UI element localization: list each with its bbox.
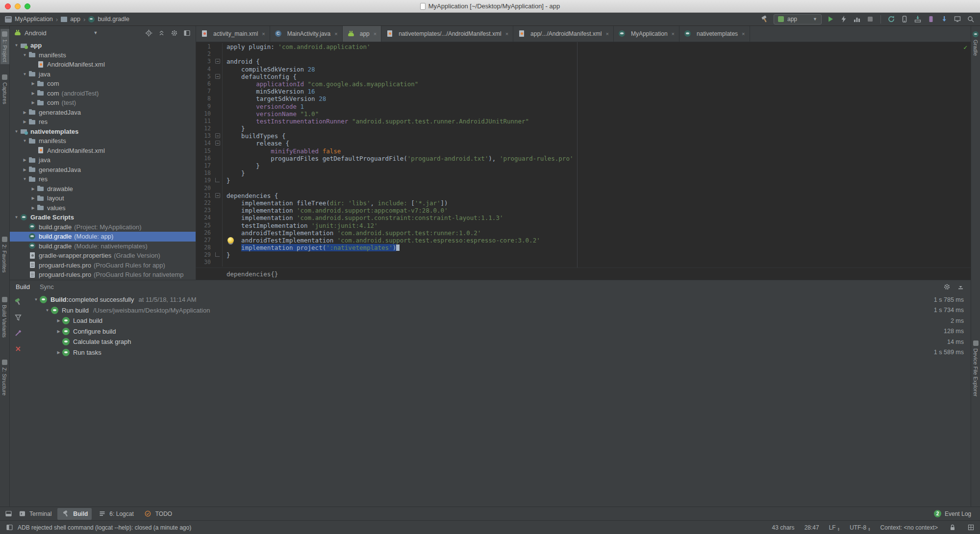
code-line[interactable]: 6 applicationId "com.google.ads.myapplic… xyxy=(196,80,971,88)
tab-close-icon[interactable]: × xyxy=(334,31,337,37)
minimize-window-button[interactable] xyxy=(15,3,21,9)
tool-button-terminal[interactable]: Terminal xyxy=(14,508,55,520)
code-line[interactable]: 4 compileSdkVersion 28 xyxy=(196,66,971,73)
gradle-sync-icon[interactable] xyxy=(887,15,896,24)
build-tab[interactable]: Build xyxy=(16,283,30,291)
build-row[interactable]: ▶Run tasks1 s 589 ms xyxy=(26,347,971,358)
zoom-window-button[interactable] xyxy=(25,3,30,9)
collapse-arrow-icon[interactable]: ▼ xyxy=(44,308,51,313)
code-line[interactable]: 2 xyxy=(196,50,971,58)
collapse-all-icon[interactable] xyxy=(157,28,166,37)
device-file-icon[interactable] xyxy=(927,15,935,24)
code-line[interactable]: 10 versionName "1.0" xyxy=(196,110,971,118)
status-message[interactable]: ADB rejected shell command (logcat --hel… xyxy=(18,524,191,531)
code-line[interactable]: 21−dependencies { xyxy=(196,192,971,199)
code-line[interactable]: 23 implementation 'com.android.support:a… xyxy=(196,207,971,214)
tree-row[interactable]: build.gradle(Module: nativetemplates) xyxy=(10,242,196,251)
code-line[interactable]: 25 testImplementation 'junit:junit:4.12' xyxy=(196,222,971,229)
expand-arrow-icon[interactable]: ▶ xyxy=(55,318,62,323)
code-line[interactable]: 3−android { xyxy=(196,58,971,65)
fold-collapse-icon[interactable]: − xyxy=(215,193,220,198)
build-settings-gear-icon[interactable] xyxy=(942,283,951,291)
tab-close-icon[interactable]: × xyxy=(505,31,508,37)
code-line[interactable]: 19} xyxy=(196,177,971,184)
expand-arrow-icon[interactable]: ▶ xyxy=(29,196,37,200)
tool-button-favorites[interactable]: 2: Favorites xyxy=(0,234,9,275)
code-line[interactable]: 8 targetSdkVersion 28 xyxy=(196,95,971,102)
close-window-button[interactable] xyxy=(5,3,11,9)
code-line[interactable]: 29} xyxy=(196,251,971,259)
close-build-icon[interactable] xyxy=(14,344,23,353)
editor-tab[interactable]: activity_main.xml× xyxy=(196,26,270,42)
code-line[interactable]: 12 } xyxy=(196,125,971,132)
code-line[interactable]: 17 } xyxy=(196,162,971,170)
tree-row[interactable]: build.gradle(Module: app) xyxy=(10,232,196,242)
fold-collapse-icon[interactable]: − xyxy=(215,59,220,64)
expand-arrow-icon[interactable]: ▶ xyxy=(29,187,37,191)
editor-tab[interactable]: nativetemplates/.../AndroidManifest.xml× xyxy=(381,26,513,42)
code-line[interactable]: 16 proguardFiles getDefaultProguardFile(… xyxy=(196,155,971,162)
code-line[interactable]: 9 versionCode 1 xyxy=(196,103,971,110)
expand-arrow-icon[interactable]: ▶ xyxy=(21,168,28,172)
tree-row[interactable]: ▼app xyxy=(10,41,196,50)
code-line[interactable]: 5− defaultConfig { xyxy=(196,73,971,80)
run-task-wand-icon[interactable] xyxy=(14,329,23,338)
sync-tab[interactable]: Sync xyxy=(40,283,54,291)
tree-row[interactable]: ▶generatedJava xyxy=(10,165,196,175)
code-line[interactable]: 14− release { xyxy=(196,140,971,147)
collapse-arrow-icon[interactable]: ▼ xyxy=(13,129,20,134)
readonly-lock-icon[interactable] xyxy=(948,523,956,532)
collapse-arrow-icon[interactable]: ▼ xyxy=(21,177,28,181)
build-row[interactable]: ▶Configure build128 ms xyxy=(26,326,971,337)
settings-gear-icon[interactable] xyxy=(170,28,179,37)
tree-row[interactable]: ▼res xyxy=(10,174,196,184)
editor-tab[interactable]: app× xyxy=(343,26,381,42)
tree-row[interactable]: ▼Gradle Scripts xyxy=(10,213,196,222)
breadcrumb-module[interactable]: app xyxy=(70,16,80,23)
line-separator-selector[interactable]: LF▲▼ xyxy=(829,524,840,531)
code-line[interactable]: 18 } xyxy=(196,170,971,177)
tool-button-build-variants[interactable]: Build Variants xyxy=(0,294,9,340)
tree-row[interactable]: ▼nativetemplates xyxy=(10,127,196,137)
collapse-arrow-icon[interactable]: ▼ xyxy=(21,53,28,57)
tool-window-switcher-icon[interactable] xyxy=(4,510,13,518)
editor-tab[interactable]: app/.../AndroidManifest.xml× xyxy=(513,26,614,42)
encoding-selector[interactable]: UTF-8▲▼ xyxy=(850,524,870,531)
fold-collapse-icon[interactable]: − xyxy=(215,133,220,138)
code-line[interactable]: 24 implementation 'com.android.support.c… xyxy=(196,214,971,221)
build-hammer-icon[interactable] xyxy=(760,15,769,24)
minimize-panel-icon[interactable] xyxy=(956,283,965,291)
code-line[interactable]: 26 androidTestImplementation 'com.androi… xyxy=(196,229,971,237)
tree-row[interactable]: ▼manifests xyxy=(10,50,196,60)
code-line[interactable]: 15 minifyEnabled false xyxy=(196,147,971,155)
breadcrumb-file[interactable]: build.gradle xyxy=(98,16,129,23)
caret-position[interactable]: 28:47 xyxy=(804,524,819,531)
collapse-arrow-icon[interactable]: ▼ xyxy=(13,215,20,219)
tree-row[interactable]: proguard-rules.pro(ProGuard Rules for na… xyxy=(10,270,196,280)
locate-file-icon[interactable] xyxy=(145,28,153,37)
build-row[interactable]: ▶Load build2 ms xyxy=(26,316,971,326)
code-line[interactable]: 30 xyxy=(196,259,971,266)
sdk-manager-icon[interactable] xyxy=(913,15,922,24)
tree-row[interactable]: ▶com(test) xyxy=(10,98,196,108)
code-line[interactable]: 20 xyxy=(196,185,971,192)
expand-arrow-icon[interactable]: ▶ xyxy=(55,350,62,355)
run-button[interactable] xyxy=(826,15,835,24)
scope-breadcrumb[interactable]: dependencies{} xyxy=(226,270,278,278)
tree-row[interactable]: ▶com(androidTest) xyxy=(10,89,196,98)
search-icon[interactable] xyxy=(966,15,975,24)
layout-inspector-icon[interactable] xyxy=(953,15,962,24)
expand-arrow-icon[interactable]: ▶ xyxy=(55,329,62,334)
project-view-selector[interactable]: Android xyxy=(25,29,47,37)
tree-row[interactable]: ▶values xyxy=(10,203,196,213)
code-line[interactable]: 13− buildTypes { xyxy=(196,132,971,140)
tree-row[interactable]: ▼manifests xyxy=(10,136,196,146)
inspections-ok-icon[interactable]: ✓ xyxy=(963,44,967,51)
profiler-icon[interactable] xyxy=(853,15,861,24)
expand-arrow-icon[interactable]: ▶ xyxy=(29,91,37,96)
tool-button-todo[interactable]: TODO xyxy=(140,508,176,520)
collapse-arrow-icon[interactable]: ▼ xyxy=(21,72,28,76)
collapse-arrow-icon[interactable]: ▼ xyxy=(21,139,28,143)
tab-close-icon[interactable]: × xyxy=(742,31,745,37)
editor-tab[interactable]: nativetemplates× xyxy=(679,26,750,42)
